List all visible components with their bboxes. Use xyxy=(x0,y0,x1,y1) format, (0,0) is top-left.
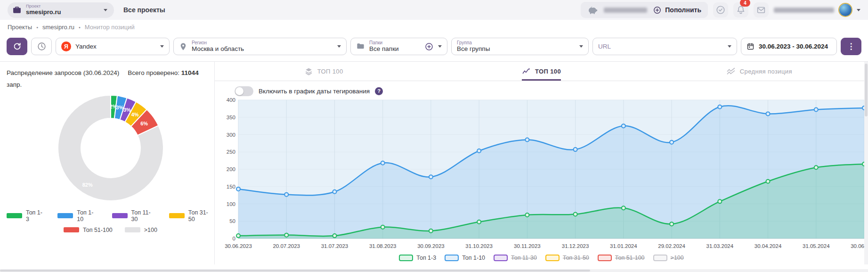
data-point-marker[interactable] xyxy=(670,140,673,144)
distribution-title-text: Распределение запросов (30.06.2024) xyxy=(7,69,119,76)
add-folder-button[interactable] xyxy=(424,42,434,51)
donut-slice-label: 3% xyxy=(116,105,123,110)
vertical-scrollbar[interactable] xyxy=(864,62,868,264)
data-point-marker[interactable] xyxy=(333,190,336,194)
data-point-marker[interactable] xyxy=(477,149,481,153)
tasks-button[interactable] xyxy=(713,2,728,17)
series-legend-item[interactable]: >100 xyxy=(653,255,684,261)
legend-label: Топ 11-30 xyxy=(131,209,157,223)
series-legend-item[interactable]: Топ 51-100 xyxy=(598,255,645,261)
refresh-icon xyxy=(13,42,22,51)
date-range-picker[interactable]: 30.06.2023 - 30.06.2024 xyxy=(741,38,837,55)
donut-chart: 2%3%3%4%6%82% xyxy=(52,93,170,206)
legend-swatch xyxy=(598,255,612,261)
chevron-down-icon xyxy=(438,45,442,48)
breadcrumb-project-name[interactable]: smesipro.ru xyxy=(42,24,74,31)
data-point-marker[interactable] xyxy=(284,193,288,197)
data-point-marker[interactable] xyxy=(477,220,481,224)
data-point-marker[interactable] xyxy=(670,222,673,226)
date-range-value: 30.06.2023 - 30.06.2024 xyxy=(759,43,828,50)
data-point-marker[interactable] xyxy=(622,124,625,128)
legend-label: Топ 31-50 xyxy=(188,209,214,223)
tab-top100-table[interactable]: ТОП 100 xyxy=(215,62,432,81)
trend-chart-icon xyxy=(522,67,531,76)
url-select[interactable]: URL xyxy=(592,38,737,55)
data-point-marker[interactable] xyxy=(333,234,336,238)
all-projects-link[interactable]: Все проекты xyxy=(123,6,165,14)
series-legend-item[interactable]: Топ 1-3 xyxy=(399,255,436,261)
refresh-button[interactable] xyxy=(7,38,27,55)
breadcrumb-projects[interactable]: Проекты xyxy=(8,24,32,31)
breadcrumb-current: Монитор позиций xyxy=(85,24,135,31)
tagging-toggle-label: Включить в график даты тегирования xyxy=(259,88,370,95)
project-selector[interactable]: Проект smesipro.ru xyxy=(8,2,114,18)
horizontal-scrollbar[interactable] xyxy=(0,269,868,272)
checked-suffix: запр. xyxy=(7,79,214,91)
data-point-marker[interactable] xyxy=(814,165,818,169)
x-tick-label: 29.02.2024 xyxy=(658,243,685,249)
data-point-marker[interactable] xyxy=(766,180,770,183)
tab-label: Средняя позиция xyxy=(740,68,792,75)
data-point-marker[interactable] xyxy=(236,187,240,191)
series-legend-item[interactable]: Топ 31-50 xyxy=(545,255,589,261)
search-engine-select[interactable]: Я Yandex xyxy=(56,38,170,55)
data-point-marker[interactable] xyxy=(429,175,433,179)
x-tick-label: 31.07.2023 xyxy=(321,243,349,249)
data-point-marker[interactable] xyxy=(429,229,433,233)
donut-svg: 2%3%3%4%6%82% xyxy=(52,93,170,204)
data-point-marker[interactable] xyxy=(525,213,529,217)
messages-button[interactable] xyxy=(754,2,769,17)
y-tick-label: 200 xyxy=(227,166,235,172)
tagging-dates-toggle[interactable] xyxy=(235,86,253,96)
data-point-marker[interactable] xyxy=(381,161,385,165)
chevron-down-icon[interactable] xyxy=(857,9,860,11)
notifications-button[interactable]: 4 xyxy=(733,2,748,17)
data-point-marker[interactable] xyxy=(525,138,529,142)
history-button[interactable] xyxy=(31,38,52,55)
plus-circle-icon xyxy=(653,6,662,15)
legend-label: Топ 11-30 xyxy=(511,255,537,261)
tab-top100-chart[interactable]: ТОП 100 xyxy=(432,62,650,81)
legend-swatch xyxy=(57,213,73,218)
data-point-marker[interactable] xyxy=(766,112,770,115)
donut-legend-item: Топ 51-100 xyxy=(64,227,113,233)
region-select[interactable]: Регион Москва и область xyxy=(173,38,347,55)
donut-legend-item: Топ 1-10 xyxy=(57,209,99,223)
y-tick-label: 300 xyxy=(227,132,235,138)
data-point-marker[interactable] xyxy=(284,233,288,237)
distribution-title: Распределение запросов (30.06.2024)Всего… xyxy=(7,67,214,91)
legend-swatch xyxy=(653,255,667,261)
series-legend-item[interactable]: Топ 11-30 xyxy=(494,255,537,261)
series-legend-item[interactable]: Топ 1-10 xyxy=(445,255,485,261)
y-tick-label: 350 xyxy=(227,115,235,120)
legend-swatch xyxy=(7,213,22,218)
data-point-marker[interactable] xyxy=(622,206,625,210)
group-select[interactable]: Группа Все группы xyxy=(451,38,589,55)
data-point-marker[interactable] xyxy=(381,225,385,229)
search-engine-value: Yandex xyxy=(75,43,97,50)
bullet-separator: • xyxy=(79,25,81,30)
data-point-marker[interactable] xyxy=(574,148,577,151)
folder-icon xyxy=(356,42,365,51)
data-point-marker[interactable] xyxy=(718,199,722,203)
app-window: Проект smesipro.ru Все проекты Пополнить xyxy=(0,0,868,272)
topup-button[interactable]: Пополнить xyxy=(653,6,701,15)
data-point-marker[interactable] xyxy=(814,108,818,112)
average-lines-icon xyxy=(726,66,736,76)
folders-label: Папки xyxy=(369,40,399,46)
more-actions-button[interactable]: ⋮ xyxy=(841,38,861,55)
tab-label: ТОП 100 xyxy=(535,68,561,75)
help-icon[interactable]: ? xyxy=(375,87,383,95)
data-point-marker[interactable] xyxy=(236,234,240,238)
check-circle-icon xyxy=(715,5,726,15)
chevron-down-icon xyxy=(104,9,107,11)
y-tick-label: 400 xyxy=(227,97,235,103)
folders-select[interactable]: Папки Все папки xyxy=(350,38,447,55)
avatar[interactable] xyxy=(839,4,852,16)
envelope-icon xyxy=(756,5,766,15)
checked-value: 11044 xyxy=(181,69,199,76)
data-point-marker[interactable] xyxy=(574,213,577,216)
x-tick-label: 31.08.2023 xyxy=(369,243,397,249)
tab-average-position[interactable]: Средняя позиция xyxy=(650,62,868,81)
data-point-marker[interactable] xyxy=(718,105,722,109)
